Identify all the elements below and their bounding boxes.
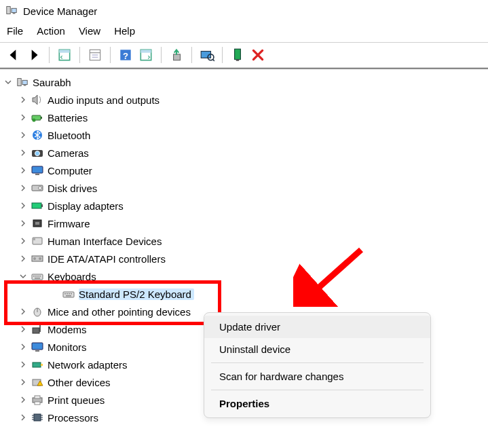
tree-item-label: Print queues [48,394,105,406]
device-button[interactable] [228,46,247,64]
keyboard-icon [61,288,76,300]
speaker-icon [30,94,45,106]
tree-item-label: Modems [48,324,87,335]
tree-item-ide[interactable]: IDE ATA/ATAPI controllers [18,250,488,267]
scan-hardware-button[interactable] [198,46,217,64]
tree-item-label: Disk drives [48,183,97,194]
toolbar-divider [79,47,80,63]
chevron-right-icon[interactable] [18,149,29,156]
chevron-right-icon[interactable] [18,343,29,350]
uninstall-button[interactable] [248,46,267,64]
tree-item-audio[interactable]: Audio inputs and outputs [18,91,488,109]
tree-item-label: Computer [48,165,92,176]
chevron-right-icon[interactable] [18,167,29,174]
chevron-right-icon[interactable] [18,238,29,244]
monitor-icon [30,164,45,176]
hid-icon [30,235,45,247]
context-menu-update-driver[interactable]: Update driver [204,316,430,338]
monitor-icon [30,341,45,353]
network-icon [30,358,45,371]
tree-item-firmware[interactable]: Firmware [18,214,488,232]
help-button[interactable] [116,46,135,64]
menu-bar: File Action View Help [0,21,488,42]
window-title: Device Manager [23,5,97,17]
context-menu-properties[interactable]: Properties [204,392,430,415]
chevron-right-icon[interactable] [18,202,29,209]
chevron-right-icon[interactable] [18,132,29,138]
tree-item-label: Firmware [48,218,90,229]
context-menu-uninstall-device[interactable]: Uninstall device [204,338,430,360]
chevron-right-icon[interactable] [18,114,29,121]
context-menu: Update driver Uninstall device Scan for … [204,312,431,418]
disk-icon [30,182,45,194]
bluetooth-icon [30,129,45,141]
chevron-right-icon[interactable] [18,185,29,191]
camera-icon [30,147,45,159]
back-button[interactable] [4,46,23,64]
chevron-right-icon[interactable] [18,361,29,368]
toolbar-divider [49,47,50,63]
chevron-down-icon[interactable] [3,79,14,86]
cpu-icon [30,411,45,424]
tree-item-label: Human Interface Devices [48,236,162,247]
menu-view[interactable]: View [79,25,100,37]
forward-button[interactable] [24,46,43,64]
title-bar: Device Manager [0,0,488,21]
context-menu-separator [211,390,424,390]
chevron-down-icon[interactable] [18,273,29,280]
tree-item-label: Network adapters [48,359,128,371]
tree-item-label: Batteries [48,112,88,124]
action-pane-button[interactable] [136,46,155,64]
gpu-icon [30,200,45,212]
chevron-right-icon[interactable] [18,396,29,403]
update-driver-button[interactable] [167,46,186,64]
chevron-right-icon[interactable] [18,308,29,315]
tree-item-standard-ps2-keyboard[interactable]: Standard PS/2 Keyboard [49,285,488,303]
tree-item-label: Processors [48,412,98,424]
tree-item-label: IDE ATA/ATAPI controllers [48,253,166,265]
printer-icon [30,394,45,406]
chevron-right-icon[interactable] [18,326,29,333]
menu-help[interactable]: Help [114,25,135,37]
tree-root-label: Saurabh [33,77,71,88]
tree-item-label: Standard PS/2 Keyboard [79,288,194,300]
computer-icon [15,76,30,88]
context-menu-scan-hardware[interactable]: Scan for hardware changes [204,365,430,388]
context-menu-separator [211,362,424,363]
chevron-right-icon[interactable] [18,414,29,421]
show-hide-tree-button[interactable] [55,46,74,64]
tree-item-hid[interactable]: Human Interface Devices [18,232,488,250]
tree-item-display-adapters[interactable]: Display adapters [18,197,488,214]
tree-root[interactable]: Saurabh [3,73,488,91]
toolbar-divider [191,47,192,63]
tree-item-label: Bluetooth [48,130,90,141]
chevron-right-icon[interactable] [18,379,29,386]
tree-item-keyboards[interactable]: Keyboards [18,267,488,285]
tree-item-label: Audio inputs and outputs [48,94,159,106]
properties-button[interactable] [86,46,105,64]
warning-icon [30,376,45,388]
menu-action[interactable]: Action [37,25,65,37]
chevron-right-icon[interactable] [18,255,29,262]
tree-item-disk-drives[interactable]: Disk drives [18,179,488,197]
chevron-right-icon[interactable] [18,96,29,103]
mouse-icon [30,305,45,318]
tree-item-label: Monitors [48,341,87,353]
keyboard-icon [30,270,45,282]
tree-item-bluetooth[interactable]: Bluetooth [18,126,488,144]
toolbar-divider [110,47,111,63]
battery-icon [30,111,45,124]
chevron-right-icon[interactable] [18,220,29,227]
tree-item-label: Cameras [48,147,89,159]
toolbar-divider [161,47,162,63]
menu-file[interactable]: File [7,25,23,37]
ide-icon [30,253,45,265]
toolbar [0,43,488,67]
tree-item-label: Keyboards [48,271,96,282]
tree-item-batteries[interactable]: Batteries [18,109,488,126]
app-icon [5,4,18,18]
tree-item-cameras[interactable]: Cameras [18,144,488,162]
tree-item-label: Mice and other pointing devices [48,306,191,318]
toolbar-divider [222,47,223,63]
tree-item-computer[interactable]: Computer [18,162,488,179]
